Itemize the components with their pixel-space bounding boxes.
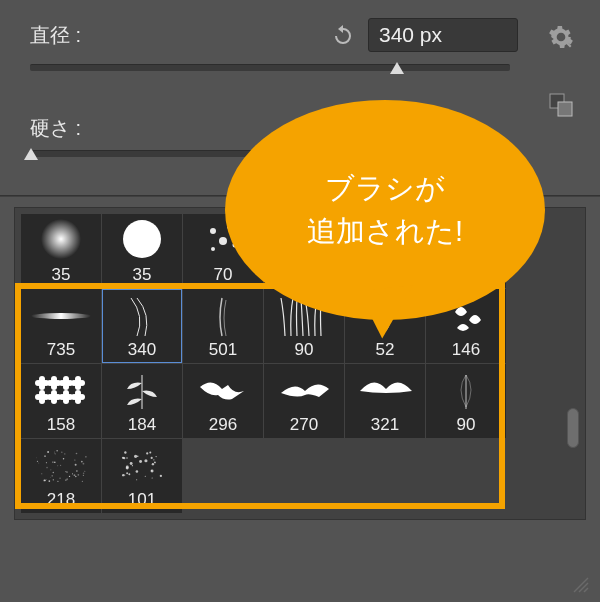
brush-preset-grass[interactable]: 90 — [264, 289, 344, 363]
svg-point-172 — [160, 475, 162, 477]
brush-size-label: 250 — [371, 265, 399, 287]
brush-preset-speckle[interactable]: 101 — [102, 439, 182, 513]
svg-point-10 — [397, 250, 399, 252]
svg-point-75 — [39, 376, 45, 382]
dust-icon — [30, 444, 92, 488]
preset-scrollbar[interactable] — [567, 408, 579, 448]
svg-point-48 — [405, 238, 406, 239]
brush-size-label: 80 — [295, 265, 314, 287]
svg-point-111 — [75, 398, 81, 404]
svg-point-174 — [149, 452, 151, 454]
svg-point-29 — [399, 253, 401, 255]
brush-preset-chalk[interactable]: 80 — [264, 214, 344, 288]
svg-point-95 — [63, 376, 69, 382]
svg-point-135 — [64, 453, 65, 454]
brush-preset-petals[interactable]: 146 — [426, 289, 506, 363]
svg-point-42 — [382, 253, 383, 254]
brush-preset-bird-soar[interactable]: 321 — [345, 364, 425, 438]
svg-point-115 — [41, 473, 42, 474]
svg-point-173 — [128, 473, 130, 475]
settings-button[interactable] — [544, 20, 578, 54]
spray-icon — [354, 219, 416, 263]
strand-icon — [111, 294, 173, 338]
chalk-icon — [273, 219, 335, 263]
brush-row-default: 35357080250150 — [21, 214, 511, 288]
svg-point-25 — [406, 236, 407, 237]
svg-point-178 — [156, 456, 157, 457]
svg-point-50 — [405, 229, 408, 232]
svg-point-169 — [132, 465, 133, 466]
diameter-slider-thumb[interactable] — [390, 62, 404, 74]
thumbnail-toggle-button[interactable] — [548, 92, 574, 118]
brush-preset-hard-round[interactable]: 35 — [102, 214, 182, 288]
svg-point-170 — [154, 461, 156, 463]
brush-preset-scatter-dots[interactable]: 70 — [183, 214, 263, 288]
svg-point-30 — [378, 243, 380, 245]
svg-point-53 — [385, 245, 387, 247]
reset-diameter-button[interactable] — [330, 24, 356, 46]
brush-preset-charcoal[interactable]: 150 — [426, 214, 506, 288]
svg-point-51 — [367, 237, 368, 238]
brush-preset-bird-glide[interactable]: 270 — [264, 364, 344, 438]
brush-size-label: 340 — [128, 340, 156, 362]
svg-point-91 — [51, 398, 57, 404]
diameter-input[interactable] — [368, 18, 518, 52]
svg-point-3 — [123, 220, 161, 258]
svg-point-65 — [387, 244, 389, 246]
svg-point-159 — [59, 478, 60, 479]
svg-point-132 — [46, 462, 47, 463]
svg-point-117 — [63, 458, 64, 459]
brush-preset-soft-round[interactable]: 35 — [21, 214, 101, 288]
svg-point-68 — [386, 232, 387, 233]
diameter-slider[interactable] — [30, 64, 510, 71]
hardness-slider[interactable] — [30, 150, 510, 157]
brush-size-label: 70 — [214, 265, 233, 287]
svg-point-165 — [126, 457, 127, 458]
svg-point-36 — [383, 234, 385, 236]
brush-size-label: 296 — [209, 415, 237, 437]
svg-point-86 — [51, 384, 57, 390]
brush-preset-wisp[interactable]: 501 — [183, 289, 263, 363]
svg-point-19 — [371, 236, 373, 238]
svg-point-67 — [374, 252, 375, 253]
svg-point-58 — [400, 227, 401, 228]
brush-size-label: 52 — [376, 340, 395, 362]
svg-point-52 — [396, 227, 399, 230]
brush-preset-bird-fly[interactable]: 296 — [183, 364, 263, 438]
brush-size-label: 35 — [52, 265, 71, 287]
brush-preset-feather[interactable]: 90 — [426, 364, 506, 438]
brush-size-label: 90 — [457, 415, 476, 437]
svg-point-161 — [65, 471, 66, 472]
brush-preset-flowers[interactable]: 158 — [21, 364, 101, 438]
svg-point-31 — [387, 254, 390, 257]
svg-point-136 — [76, 470, 77, 471]
svg-point-138 — [56, 450, 57, 451]
svg-point-147 — [44, 480, 46, 482]
brush-preset-flame[interactable]: 52 — [345, 289, 425, 363]
svg-point-2 — [41, 219, 81, 259]
svg-point-153 — [55, 453, 56, 454]
svg-point-188 — [137, 456, 138, 457]
bird-glide-icon — [273, 369, 335, 413]
brush-preset-leaves[interactable]: 184 — [102, 364, 182, 438]
svg-point-34 — [380, 245, 381, 246]
svg-point-163 — [139, 460, 142, 463]
svg-point-177 — [151, 457, 153, 459]
svg-point-39 — [362, 233, 365, 236]
svg-point-150 — [72, 473, 73, 474]
streak-icon — [30, 294, 92, 338]
svg-point-28 — [397, 231, 400, 234]
hardness-slider-thumb[interactable] — [24, 148, 38, 160]
flowers-icon — [30, 369, 92, 413]
brush-preset-streak[interactable]: 735 — [21, 289, 101, 363]
svg-point-186 — [126, 466, 129, 469]
resize-grip[interactable] — [570, 574, 590, 594]
brush-preset-spray[interactable]: 250 — [345, 214, 425, 288]
brush-preset-dust[interactable]: 218 — [21, 439, 101, 513]
brush-preset-strand[interactable]: 340 — [102, 289, 182, 363]
svg-point-141 — [76, 453, 78, 455]
brush-size-label: 150 — [452, 265, 480, 287]
svg-point-148 — [66, 478, 68, 480]
svg-point-190 — [134, 455, 137, 458]
svg-point-49 — [363, 236, 365, 238]
